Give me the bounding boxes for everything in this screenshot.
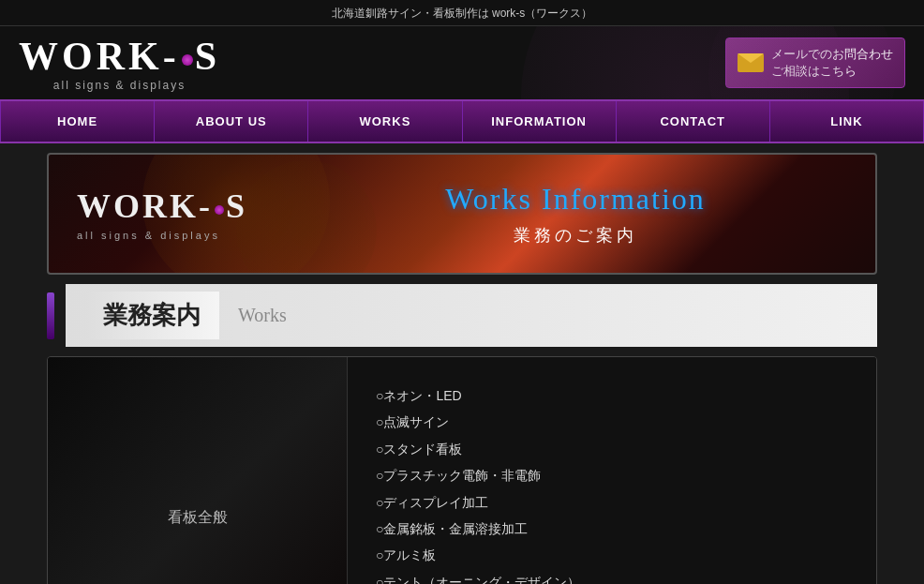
works-list-item: ○スタンド看板 [376, 439, 848, 459]
hero-logo: WORK-S [77, 187, 247, 226]
logo-dot [182, 54, 193, 66]
contact-banner-text: メールでのお問合わせ ご相談はこちら [771, 46, 893, 80]
works-list-area: ○ネオン・LED○点滅サイン○スタンド看板○プラスチック電飾・非電飾○ディスプレ… [348, 357, 876, 584]
nav-item-home[interactable]: HOME [0, 101, 155, 142]
site-logo: WORK-S [19, 34, 220, 79]
works-list-item: ○テント（オーニング・デザイン） [376, 572, 848, 584]
contact-line2: ご相談はこちら [771, 63, 893, 80]
hero-logo-after: S [226, 187, 247, 225]
section-title-bar: 業務案内 Works [47, 284, 877, 347]
contact-line1: メールでのお問合わせ [771, 46, 893, 63]
nav-item-works[interactable]: WORKS [308, 101, 462, 142]
top-bar-text: 北海道釧路サイン・看板制作は work-s（ワークス） [332, 7, 593, 20]
hero-subtitle: 業務のご案内 [514, 224, 637, 247]
logo-tagline: all signs & displays [53, 79, 186, 92]
contact-banner-button[interactable]: メールでのお問合わせ ご相談はこちら [725, 37, 905, 88]
hero-title: Works Information [445, 182, 706, 217]
works-list-item: ○金属銘板・金属溶接加工 [376, 518, 848, 539]
logo-text-after: S [195, 35, 220, 78]
top-bar: 北海道釧路サイン・看板制作は work-s（ワークス） [0, 0, 924, 26]
envelope-icon [738, 53, 764, 72]
nav-item-about[interactable]: ABOUT US [155, 101, 308, 142]
hero-left: WORK-S all signs & displays [49, 168, 276, 260]
works-box: 看板全般 ○ネオン・LED○点滅サイン○スタンド看板○プラスチック電飾・非電飾○… [47, 356, 877, 584]
section-title-jp: 業務案内 [84, 292, 219, 339]
works-list-item: ○ディスプレイ加工 [376, 492, 848, 513]
nav-item-contact[interactable]: CONTACT [617, 101, 770, 142]
works-image-area: 看板全般 [48, 357, 348, 584]
logo-area: WORK-S all signs & displays [19, 34, 220, 92]
section-title-en: Works [238, 305, 287, 326]
works-list-item: ○プラスチック電飾・非電飾 [376, 465, 848, 486]
works-list-item: ○点滅サイン [376, 412, 848, 432]
logo-text-before: WORK [19, 35, 163, 78]
works-list-item: ○ネオン・LED [376, 385, 848, 406]
hero-tagline: all signs & displays [77, 230, 247, 241]
works-list-item: ○アルミ板 [376, 545, 848, 565]
section-title-accent [47, 292, 54, 339]
header: WORK-S all signs & displays メールでのお問合わせ ご… [0, 26, 924, 99]
hero-logo-before: WORK [77, 187, 199, 225]
hero-right: Works Information 業務のご案内 [276, 182, 875, 247]
hero-logo-dot [215, 205, 224, 215]
content-area: 業務案内 Works 看板全般 ○ネオン・LED○点滅サイン○スタンド看板○プラ… [47, 284, 877, 584]
hero-banner: WORK-S all signs & displays Works Inform… [47, 153, 877, 275]
nav-item-information[interactable]: INFORMATION [463, 101, 617, 142]
main-nav: HOMEABOUT USWORKSINFORMATIONCONTACTLINK [0, 99, 924, 143]
works-image-label: 看板全般 [168, 508, 228, 528]
nav-item-link[interactable]: LINK [770, 101, 924, 142]
